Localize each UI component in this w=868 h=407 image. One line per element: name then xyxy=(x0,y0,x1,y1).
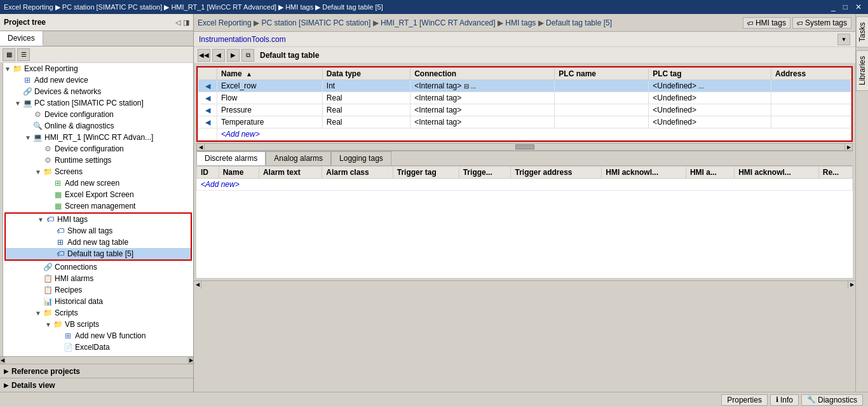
tree-btn-grid[interactable]: ▦ xyxy=(3,48,15,61)
tag-hscroll-left[interactable]: ◀ xyxy=(197,143,205,151)
details-view-section[interactable]: ▶ Details view xyxy=(0,378,193,392)
cell-datatype-pressure: Real xyxy=(322,104,410,116)
alarm-tab-logging[interactable]: Logging tags xyxy=(331,151,391,165)
minimize-btn[interactable]: _ xyxy=(829,3,838,11)
tree-node-hmi-rt1[interactable]: ▼ 💻 HMI_RT_1 [WinCC RT Advan...] xyxy=(3,132,193,143)
tree-node-add-tag-table[interactable]: ⊞ Add new tag table xyxy=(6,237,191,248)
table-row[interactable]: ◀ Pressure Real <Internal tag> <Undefine… xyxy=(198,104,851,116)
expand-hmi-rt1[interactable]: ▼ xyxy=(24,134,32,141)
tree-node-hmi-device-config[interactable]: ⚙ Device configuration xyxy=(3,143,193,155)
tree-node-historical-data[interactable]: 📊 Historical data xyxy=(3,296,193,307)
toolbar-back-back[interactable]: ◀◀ xyxy=(198,49,210,62)
toolbar-forward[interactable]: ▶ xyxy=(227,49,240,62)
bottom-scroll-right[interactable]: ▶ xyxy=(848,281,855,289)
properties-btn[interactable]: Properties xyxy=(721,394,768,406)
main-area: Name ▲ Data type Connection PLC name PLC… xyxy=(194,64,855,392)
tree-node-recipes[interactable]: 📋 Recipes xyxy=(3,284,193,296)
tree-node-add-vb-function[interactable]: ⊞ Add new VB function xyxy=(3,330,193,341)
col-header-connection: Connection xyxy=(410,68,555,80)
cell-address-excel-row xyxy=(771,80,851,92)
tag-table-hscroll[interactable]: ◀ ▶ xyxy=(196,143,853,151)
tree-node-scripts[interactable]: ▼ 📁 Scripts xyxy=(3,307,193,319)
hmi-tags-tab-btn[interactable]: 🏷 HMI tags xyxy=(743,17,790,29)
instr-link[interactable]: InstrumentationTools.com xyxy=(199,35,286,44)
tree-label-screens: Screens xyxy=(55,167,83,176)
main-layout: Project tree ◁ ◨ Devices ▦ ☰ xyxy=(0,14,868,392)
tree-node-device-config[interactable]: ⚙ Device configuration xyxy=(3,109,193,120)
tree-node-screen-management[interactable]: ▦ Screen management xyxy=(3,200,193,212)
tree-node-excel-reporting[interactable]: ▼ 📁 Excel Reporting xyxy=(3,63,193,74)
expand-screens[interactable]: ▼ xyxy=(34,169,43,176)
scroll-right-btn[interactable]: ▶ xyxy=(188,357,193,364)
tree-btn-list[interactable]: ☰ xyxy=(17,48,30,61)
tag-table-add-new-row[interactable]: <Add new> xyxy=(198,128,851,141)
tree-label-scripts: Scripts xyxy=(55,308,78,317)
expand-pc-station[interactable]: ▼ xyxy=(13,100,22,107)
expand-scripts[interactable]: ▼ xyxy=(34,310,43,317)
expand-excel-reporting[interactable]: ▼ xyxy=(3,66,12,72)
row-icon-temperature: ◀ xyxy=(198,116,217,128)
alarm-add-new-label[interactable]: <Add new> xyxy=(197,179,853,191)
diagnostics-btn[interactable]: 🔧 Diagnostics xyxy=(801,394,863,406)
tree-label-excel-reporting: Excel Reporting xyxy=(24,64,78,73)
table-row[interactable]: ◀ Temperature Real <Internal tag> <Undef… xyxy=(198,116,851,128)
tree-area[interactable]: ▼ 📁 Excel Reporting ⊞ Add new device xyxy=(0,63,193,356)
hmi-device-config-icon: ⚙ xyxy=(43,144,53,154)
tree-node-add-device[interactable]: ⊞ Add new device xyxy=(3,74,193,86)
tree-node-runtime-settings[interactable]: ⚙ Runtime settings xyxy=(3,155,193,166)
libraries-side-tab[interactable]: Libraries xyxy=(856,50,869,91)
toolbar-copy[interactable]: ⧉ xyxy=(241,49,254,62)
expand-vb-scripts[interactable]: ▼ xyxy=(44,321,53,328)
filter-btn[interactable]: ▼ xyxy=(837,34,850,45)
table-row[interactable]: ◀ Flow Real <Internal tag> <Undefined> xyxy=(198,92,851,104)
tree-node-hmi-tags[interactable]: ▼ 🏷 HMI tags xyxy=(6,214,191,225)
toolbar-back[interactable]: ◀ xyxy=(212,49,225,62)
cell-name-temperature: Temperature xyxy=(217,116,323,128)
alarm-tab-discrete[interactable]: Discrete alarms xyxy=(196,151,266,165)
tree-node-add-screen[interactable]: ⊞ Add new screen xyxy=(3,177,193,189)
alarm-tab-analog[interactable]: Analog alarms xyxy=(266,151,331,165)
system-tags-tab-btn[interactable]: 🏷 System tags xyxy=(792,17,851,29)
tag-hscroll-right[interactable]: ▶ xyxy=(844,143,852,151)
properties-label: Properties xyxy=(727,396,762,404)
tag-table: Name ▲ Data type Connection PLC name PLC… xyxy=(198,67,851,141)
cell-plctag-temperature: <Undefined> xyxy=(649,116,771,128)
reference-projects-arrow: ▶ xyxy=(4,368,9,375)
alarm-table-area[interactable]: ID Name Alarm text Alarm class Trigger t… xyxy=(196,166,853,278)
tag-table-container[interactable]: Name ▲ Data type Connection PLC name PLC… xyxy=(196,66,853,142)
tree-label-hmi-device-config: Device configuration xyxy=(55,144,124,153)
tab-devices[interactable]: Devices xyxy=(0,31,43,46)
info-label: Info xyxy=(780,396,793,404)
add-new-label[interactable]: <Add new> xyxy=(217,128,851,141)
close-btn[interactable]: ✕ xyxy=(853,3,864,11)
tree-node-pc-station[interactable]: ▼ 💻 PC station [SIMATIC PC station] xyxy=(3,97,193,109)
tree-node-excel-data[interactable]: 📄 ExcelData xyxy=(3,341,193,353)
alarm-section: Discrete alarms Analog alarms Logging ta… xyxy=(196,151,853,278)
table-row[interactable]: ◀ Excel_row Int <Internal tag> ⊟ ... <Un… xyxy=(198,80,851,92)
tree-hscroll[interactable]: ◀ ▶ xyxy=(0,356,193,364)
info-btn[interactable]: ℹ Info xyxy=(770,394,799,406)
cell-datatype-excel-row: Int xyxy=(322,80,410,92)
collapse-icon[interactable]: ◁ xyxy=(175,18,180,27)
alarm-col-re: Re... xyxy=(818,167,852,179)
pin-icon[interactable]: ◨ xyxy=(183,18,189,27)
tasks-side-tab[interactable]: Tasks xyxy=(856,17,869,48)
reference-projects-section[interactable]: ▶ Reference projects xyxy=(0,364,193,378)
tree-node-devices-networks[interactable]: 🔗 Devices & networks xyxy=(3,86,193,97)
tree-node-screens[interactable]: ▼ 📁 Screens xyxy=(3,166,193,177)
col-header-address: Address xyxy=(771,68,851,80)
tree-node-show-all-tags[interactable]: 🏷 Show all tags xyxy=(6,225,191,237)
tree-node-online-diag[interactable]: 🔍 Online & diagnostics xyxy=(3,120,193,132)
tree-node-vb-scripts[interactable]: ▼ 📁 VB scripts xyxy=(3,319,193,330)
alarm-add-new-row[interactable]: <Add new> xyxy=(197,179,853,191)
tree-node-default-tag-table[interactable]: 🏷 Default tag table [5] xyxy=(6,248,191,259)
tree-node-excel-export-screen[interactable]: ▦ Excel Export Screen xyxy=(3,189,193,200)
maximize-btn[interactable]: □ xyxy=(841,3,850,11)
bottom-scroll-left[interactable]: ◀ xyxy=(194,281,201,289)
tree-node-connections[interactable]: 🔗 Connections xyxy=(3,261,193,273)
scroll-left-btn[interactable]: ◀ xyxy=(0,357,5,364)
bottom-hscroll[interactable]: ◀ ▶ xyxy=(194,280,855,288)
expand-hmi-tags[interactable]: ▼ xyxy=(36,216,45,223)
tree-node-hmi-alarms[interactable]: 📋 HMI alarms xyxy=(3,273,193,284)
alarm-col-trigge: Trigge... xyxy=(459,167,511,179)
